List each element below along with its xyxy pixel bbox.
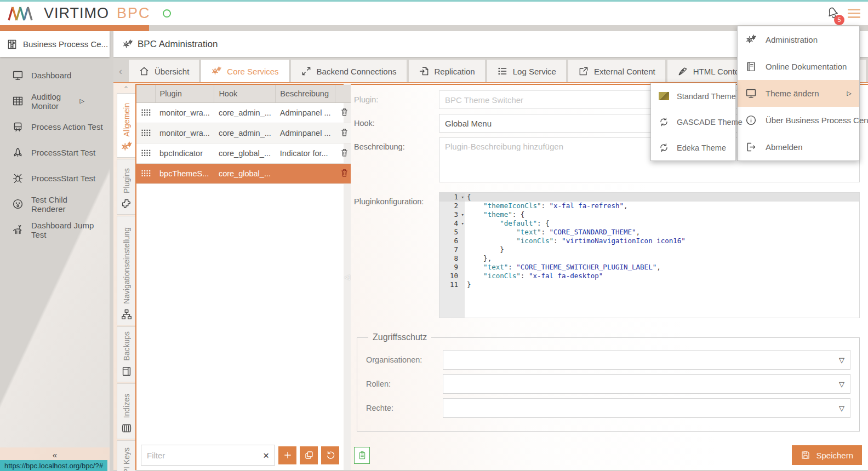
drag-handle-icon[interactable] bbox=[141, 108, 151, 116]
delete-row-icon[interactable] bbox=[340, 147, 349, 158]
table-row[interactable]: monitor_wra... core_admin_... Adminpanel… bbox=[136, 103, 353, 123]
table-row[interactable]: bpcThemeS... core_global_... bbox=[136, 164, 353, 184]
line-number[interactable]: 4▾ bbox=[439, 219, 465, 228]
undo-icon bbox=[326, 450, 335, 460]
save-button[interactable]: Speichern bbox=[792, 445, 862, 465]
notifications-button[interactable]: 5 bbox=[825, 5, 839, 22]
column-header[interactable]: Beschreibung bbox=[276, 85, 335, 103]
sidebar-item[interactable]: Test Child Renderer bbox=[0, 191, 110, 217]
line-number[interactable]: 3▾ bbox=[439, 210, 465, 219]
add-plugin-button[interactable] bbox=[278, 446, 296, 464]
code-line: 10 "iconCls": "x-fal fa-desktop" bbox=[439, 272, 859, 280]
fold-icon[interactable]: ▾ bbox=[461, 193, 464, 202]
delete-row-icon[interactable] bbox=[340, 127, 349, 137]
fold-icon[interactable]: ▾ bbox=[461, 219, 464, 228]
copy-plugin-button[interactable] bbox=[300, 446, 318, 464]
access-row-combobox[interactable]: ▽ bbox=[443, 374, 850, 394]
sidebar-item[interactable]: Dashboard Jump Test bbox=[0, 217, 110, 243]
tab-core-services[interactable]: Core Services bbox=[201, 60, 288, 83]
access-row-combobox[interactable]: ▽ bbox=[443, 398, 850, 418]
sidebar-item[interactable]: Process Action Test bbox=[0, 114, 110, 140]
sidebar-header[interactable]: Business Process Ce... bbox=[0, 31, 110, 57]
table-row[interactable]: bpcIndicator core_global_... Indicator f… bbox=[136, 143, 353, 164]
line-number[interactable]: 11 bbox=[439, 280, 465, 289]
submenu-item-edeka-theme[interactable]: Edeka Theme bbox=[651, 135, 735, 160]
column-header[interactable]: Plugin bbox=[155, 85, 214, 103]
drag-handle-icon[interactable] bbox=[141, 169, 151, 177]
line-number[interactable]: 5 bbox=[439, 228, 465, 237]
tab-übersicht[interactable]: Übersicht bbox=[129, 60, 199, 83]
line-number[interactable]: 7 bbox=[439, 245, 465, 254]
side-tab-label: Indizes bbox=[122, 394, 131, 418]
cell-plugin: bpcThemeS... bbox=[155, 164, 214, 184]
menu-item-abmelden[interactable]: Abmelden bbox=[738, 134, 859, 160]
tab-replication[interactable]: Replication bbox=[409, 60, 485, 83]
menu-item-administration[interactable]: Administration bbox=[738, 26, 859, 53]
drag-handle-icon[interactable] bbox=[141, 129, 151, 136]
tram-icon bbox=[12, 121, 24, 133]
column-header[interactable]: Hook bbox=[214, 85, 276, 103]
detail-footer: Speichern bbox=[354, 445, 862, 465]
line-number[interactable]: 2 bbox=[439, 202, 465, 210]
strip-scroll-up-button[interactable]: ⌃ bbox=[117, 85, 135, 93]
access-row: Organisationen: ▽ bbox=[366, 350, 850, 370]
table-row[interactable]: monitor_wra... core_admin_... Adminpanel… bbox=[136, 123, 353, 143]
sidebar-item-label: Dashboard bbox=[31, 71, 71, 80]
virtimo-logo[interactable]: VIRTIMO BPC bbox=[8, 5, 171, 22]
tab-scroll-left-button[interactable]: ‹ bbox=[115, 66, 127, 77]
tab-log-service[interactable]: Log Service bbox=[487, 60, 566, 83]
tab-external-content[interactable]: External Content bbox=[568, 60, 665, 83]
delete-row-icon[interactable] bbox=[340, 168, 349, 178]
side-tab-navigationseinstellung[interactable]: Navigationseinstellung bbox=[117, 216, 135, 325]
tab-label: Backend Connections bbox=[317, 67, 397, 76]
sidebar-item-label: Process Action Test bbox=[31, 122, 103, 131]
vertical-tab-strip: ⌃ Allgemein Plugins Navigationseinstellu… bbox=[113, 84, 135, 470]
fold-icon[interactable]: ▾ bbox=[461, 210, 464, 219]
logout-icon bbox=[745, 141, 757, 153]
sidebar-item[interactable]: Dashboard bbox=[0, 62, 110, 88]
reset-button[interactable] bbox=[321, 446, 339, 464]
sidebar-item-label: ProcessStart Test bbox=[31, 148, 95, 157]
filter-clear-icon[interactable]: × bbox=[263, 450, 269, 461]
side-tab-api-keys[interactable]: API Keys bbox=[117, 440, 135, 471]
line-number[interactable]: 10 bbox=[439, 272, 465, 280]
page-title: BPC Administration bbox=[138, 39, 218, 50]
cell-hook: core_admin_... bbox=[214, 123, 276, 143]
code-line: 6 "iconCls": "virtimoNavigationIcon icon… bbox=[439, 237, 859, 245]
side-tab-indizes[interactable]: Indizes bbox=[117, 383, 135, 439]
menu-item-über-business-process-center[interactable]: Über Business Process Center bbox=[738, 107, 859, 134]
drag-handle-icon[interactable] bbox=[141, 149, 151, 157]
line-number[interactable]: 9 bbox=[439, 263, 465, 272]
cell-description: Indicator for... bbox=[276, 143, 335, 164]
floppy-icon bbox=[801, 450, 810, 460]
code-line: 5 "text": "CORE_STANDARD_THEME", bbox=[439, 228, 859, 237]
sidebar-item[interactable]: Auditlog Monitor ▷ bbox=[0, 88, 110, 114]
filter-input[interactable] bbox=[147, 451, 263, 460]
access-row-combobox[interactable]: ▽ bbox=[443, 350, 850, 370]
side-tab-plugins[interactable]: Plugins bbox=[117, 159, 135, 215]
brand-name: VIRTIMO bbox=[44, 5, 109, 22]
tab-label: External Content bbox=[594, 67, 655, 76]
menu-item-theme-ändern[interactable]: Theme ändern ▷ bbox=[738, 80, 859, 107]
delete-row-icon[interactable] bbox=[340, 107, 349, 117]
side-tab-backups[interactable]: Backups bbox=[117, 326, 135, 382]
gears-icon bbox=[121, 141, 133, 153]
submenu-item-gascade-theme[interactable]: GASCADE Theme bbox=[651, 109, 735, 135]
submenu-item-standard-theme[interactable]: Standard Theme bbox=[651, 83, 735, 109]
tab-backend-connections[interactable]: Backend Connections bbox=[291, 60, 407, 83]
gears-icon bbox=[211, 66, 222, 77]
line-number[interactable]: 1▾ bbox=[439, 193, 465, 202]
side-tab-allgemein[interactable]: Allgemein bbox=[117, 93, 135, 158]
sidebar-item[interactable]: ProcessStart Test bbox=[0, 140, 110, 165]
line-number[interactable]: 6 bbox=[439, 237, 465, 245]
side-tab-label: Allgemein bbox=[122, 103, 131, 136]
line-number[interactable]: 8 bbox=[439, 254, 465, 263]
clipboard-button[interactable] bbox=[354, 447, 370, 464]
sidebar-header-label: Business Process Ce... bbox=[23, 39, 108, 49]
menu-item-online-dokumentation[interactable]: Online Dokumentation bbox=[738, 53, 859, 80]
menu-item-label: Online Dokumentation bbox=[766, 62, 847, 71]
plugin-config-editor[interactable]: 1▾ { 2 "themeIconCls": "x-fal fa-refresh… bbox=[439, 192, 860, 318]
global-menu-button[interactable] bbox=[848, 9, 860, 18]
menu-item-label: Theme ändern bbox=[766, 89, 819, 98]
sidebar-item[interactable]: ProcessStart Test bbox=[0, 165, 110, 191]
